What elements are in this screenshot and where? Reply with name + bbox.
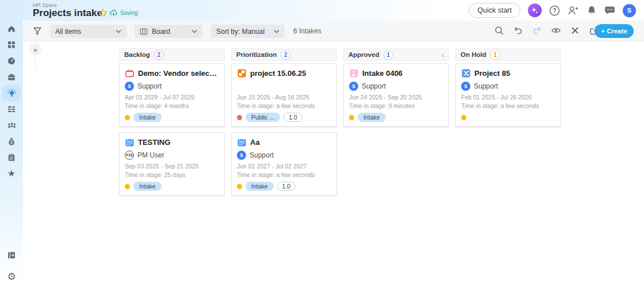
favorite-star-icon[interactable]	[98, 8, 108, 17]
items-count: 6 Intakes	[293, 27, 321, 35]
tag-pill: Intake	[358, 113, 386, 122]
undo-icon[interactable]	[513, 25, 523, 36]
column-backlog: Backlog 2 Demo: Vendor selection (Ex... …	[119, 48, 225, 201]
card-dates: Sep 03 2025 - Sep 21 2025	[125, 163, 219, 170]
sidebar-item-tasks[interactable]	[2, 149, 21, 166]
card-demo-vendor-selection[interactable]: Demo: Vendor selection (Ex... s Support …	[119, 63, 225, 127]
card-dates: Feb 01 2025 - Jul 26 2026	[461, 94, 555, 101]
card-project-85[interactable]: Project 85 s Support Feb 01 2025 - Jul 2…	[455, 63, 561, 127]
card-dates: Apr 01 2029 - Jul 07 2029	[125, 94, 219, 101]
filter-dropdown[interactable]: All items	[50, 25, 126, 38]
settings-button[interactable]: ⚙	[2, 268, 21, 285]
column-count-badge: 1	[490, 50, 500, 60]
collapse-column-icon[interactable]: ‹	[442, 51, 444, 59]
tag-pill: Intake	[246, 182, 274, 191]
sidebar-item-home[interactable]	[2, 21, 21, 37]
column-name: Backlog	[124, 51, 150, 58]
ai-assistant-button[interactable]	[528, 3, 542, 17]
status-dot	[461, 115, 466, 120]
card-title: Demo: Vendor selection (Ex...	[138, 69, 219, 78]
status-dot	[237, 115, 242, 120]
create-button[interactable]: + Create	[595, 24, 634, 38]
workflow-orange-icon	[237, 68, 247, 78]
column-header[interactable]: Backlog 2	[119, 48, 225, 61]
money-bag-icon: $	[7, 137, 16, 146]
assignee-name: Support	[474, 82, 498, 90]
chevron-down-icon	[191, 29, 197, 33]
redo-icon[interactable]	[532, 25, 542, 36]
assignee-avatar: s	[237, 151, 246, 160]
messages-button[interactable]	[604, 5, 615, 16]
sidebar-expand-button[interactable]	[2, 247, 21, 263]
notifications-button[interactable]	[586, 5, 597, 16]
card-intake-0406[interactable]: Intake 0406 s Support Jun 24 2025 - Sep …	[343, 63, 449, 127]
question-circle-icon: ?	[549, 5, 560, 16]
tag-pill: Intake	[133, 113, 162, 122]
expand-panel-button[interactable]: »	[29, 44, 41, 56]
card-dates: Jun 01 2027 - Jul 02 2027	[237, 163, 331, 170]
sidebar-item-favorites[interactable]: ★	[2, 166, 21, 182]
flask-pink-icon	[349, 68, 359, 78]
briefcase-icon	[7, 72, 16, 82]
assignee-name: Support	[250, 151, 274, 159]
assignee-avatar: s	[461, 82, 470, 91]
toolbox-red-icon	[125, 68, 135, 78]
sort-dropdown[interactable]: Sort by: Manual	[211, 25, 285, 38]
board-toolbar: All items Board Sort by: Manual	[23, 21, 644, 41]
shuffle-blue-icon	[461, 68, 471, 78]
tools-icon[interactable]	[570, 25, 580, 36]
card-time-in-stage: Time in stage: 9 minutes	[349, 102, 443, 109]
svg-text:?: ?	[553, 7, 556, 14]
person-plus-icon	[568, 5, 578, 16]
card-time-in-stage: Time in stage: 25 days	[125, 171, 219, 178]
tag-pill: Public ...	[246, 113, 280, 122]
sidebar-item-portfolio[interactable]	[2, 69, 21, 85]
sidebar-item-dashboard[interactable]	[2, 53, 21, 69]
card-aa[interactable]: Aa s Support Jun 01 2027 - Jul 02 2027 T…	[231, 132, 337, 196]
top-header: MR Space Projects intake Saving Quick st…	[0, 0, 644, 21]
assignee-avatar: s	[349, 82, 358, 91]
column-header[interactable]: Prioritization 2	[231, 48, 337, 61]
user-avatar[interactable]: S	[623, 4, 636, 17]
filter-icon[interactable]	[33, 26, 42, 36]
column-approved: Approved 1 ‹ Intake 0406 s Support Jun 2…	[343, 48, 449, 132]
column-count-badge: 2	[281, 50, 290, 60]
chevron-down-icon	[116, 29, 121, 33]
star-icon: ★	[7, 169, 16, 178]
view-dropdown[interactable]: Board	[135, 25, 202, 38]
assignee-avatar: s	[125, 82, 134, 91]
gear-icon: ⚙	[7, 272, 16, 282]
watch-view-icon[interactable]	[551, 25, 561, 36]
view-dropdown-value: Board	[152, 28, 170, 36]
card-project-150625[interactable]: project 15.06.25 Jun 15 2025 - Aug 16 20…	[231, 63, 337, 127]
quick-start-button[interactable]: Quick start	[469, 3, 520, 18]
card-title: Aa	[250, 138, 260, 147]
tag-pill: Intake	[133, 182, 162, 191]
lightbulb-icon	[7, 89, 17, 98]
assignee-name: Support	[362, 82, 386, 90]
version-pill: 1.0	[283, 113, 302, 122]
card-time-in-stage: Time in stage: 4 months	[125, 102, 219, 109]
card-time-in-stage: Time in stage: a few seconds	[461, 102, 555, 109]
sidebar-item-intake[interactable]	[2, 85, 21, 101]
card-title: Intake 0406	[362, 69, 402, 78]
card-testing[interactable]: TESTING +11 PM User Sep 03 2025 - Sep 21…	[119, 132, 225, 196]
sidebar-item-board[interactable]	[2, 101, 21, 117]
left-sidebar: $ ★	[0, 0, 23, 288]
sidebar-item-modules[interactable]	[2, 37, 21, 53]
invite-user-button[interactable]	[568, 5, 578, 16]
saving-cloud-icon	[109, 9, 118, 17]
sidebar-item-budget[interactable]: $	[2, 133, 21, 149]
sidebar-item-team[interactable]	[2, 117, 21, 133]
chevron-down-icon	[274, 29, 279, 33]
column-prioritization: Prioritization 2 project 15.06.25 Jun 15…	[231, 48, 337, 201]
bell-icon	[586, 5, 597, 16]
help-button[interactable]: ?	[549, 5, 560, 16]
calendar-blue-icon	[125, 137, 135, 147]
column-header[interactable]: On Hold 1	[455, 48, 561, 61]
status-dot	[125, 184, 130, 189]
column-header[interactable]: Approved 1 ‹	[343, 48, 449, 61]
search-icon[interactable]	[494, 25, 504, 36]
app-window: MR Space Projects intake Saving Quick st…	[0, 0, 644, 288]
filter-dropdown-value: All items	[55, 28, 81, 36]
